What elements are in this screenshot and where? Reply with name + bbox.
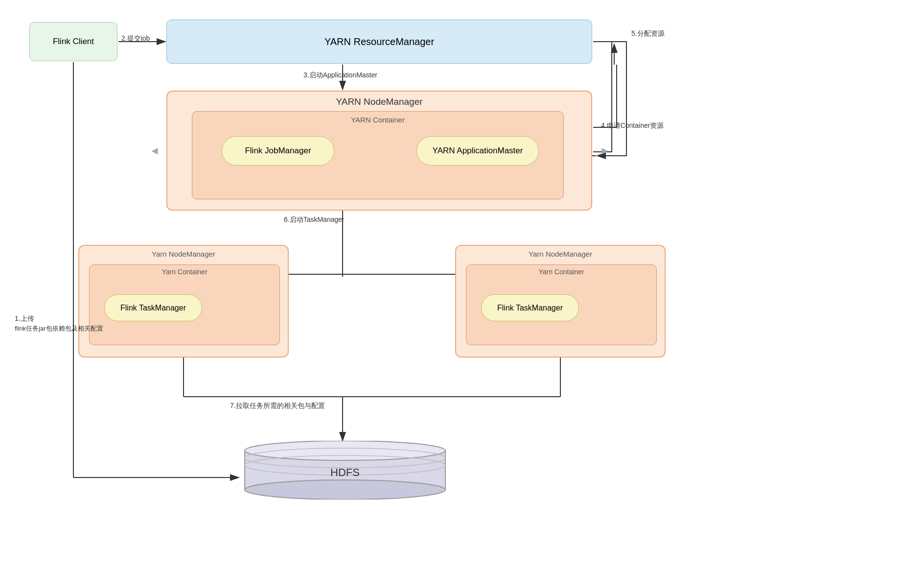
step6-label: 6.启动TaskManager: [284, 215, 345, 224]
yarn-container-inner-box: YARN Container Flink JobManager YARN App…: [192, 111, 564, 199]
yarn-nm-left-box: Yarn NodeManager Yarn Container Flink Ta…: [78, 245, 289, 358]
yarn-rm-label: YARN ResourceManager: [324, 36, 434, 48]
diagram: Flink Client YARN ResourceManager YARN N…: [0, 0, 924, 574]
step3-label: 3.启动ApplicationMaster: [303, 71, 377, 80]
flink-jm-box: Flink JobManager: [222, 136, 334, 166]
flink-tm-left-box: Flink TaskManager: [104, 294, 202, 321]
arrow-step5: [593, 42, 626, 156]
line-step4: [593, 42, 612, 152]
flink-jm-label: Flink JobManager: [245, 146, 311, 156]
hdfs-box: HDFS: [240, 441, 450, 500]
yarn-container-left-label: Yarn Container: [162, 268, 207, 276]
yarn-nm-outer-box: YARN NodeManager YARN Container Flink Jo…: [166, 91, 592, 211]
yarn-container-left-box: Yarn Container Flink TaskManager: [89, 264, 280, 345]
step1-label: 1.上传 flink任务jar包依赖包及相关配置: [15, 313, 103, 334]
yarn-nm-right-label: Yarn NodeManager: [529, 250, 592, 258]
step7-label: 7.拉取任务所需的相关包与配置: [230, 402, 325, 410]
yarn-am-label: YARN ApplicationMaster: [433, 146, 523, 156]
yarn-rm-box: YARN ResourceManager: [166, 20, 592, 64]
flink-client-label: Flink Client: [53, 37, 94, 47]
yarn-container-label: YARN Container: [351, 116, 405, 124]
step4-label: 4.申请Container资源: [601, 121, 664, 130]
flink-tm-right-label: Flink TaskManager: [497, 304, 563, 312]
line-4-up: [593, 65, 617, 127]
yarn-nm-right-box: Yarn NodeManager Yarn Container Flink Ta…: [455, 245, 666, 358]
step5-label: 5.分配资源: [631, 29, 665, 38]
yarn-container-right-label: Yarn Container: [538, 268, 584, 276]
flink-client-box: Flink Client: [29, 22, 117, 61]
flink-tm-right-box: Flink TaskManager: [481, 294, 579, 321]
nav-left-arrow[interactable]: ◄: [149, 144, 160, 157]
yarn-nm-label: YARN NodeManager: [336, 96, 422, 107]
yarn-am-box: YARN ApplicationMaster: [416, 136, 539, 166]
hdfs-svg: HDFS: [240, 441, 450, 500]
svg-text:HDFS: HDFS: [330, 466, 360, 478]
nav-right-arrow[interactable]: ►: [600, 144, 610, 157]
step2-label: 2.提交job: [121, 34, 150, 43]
yarn-container-right-box: Yarn Container Flink TaskManager: [466, 264, 657, 345]
svg-point-5: [245, 480, 445, 500]
yarn-nm-left-label: Yarn NodeManager: [152, 250, 215, 258]
flink-tm-left-label: Flink TaskManager: [120, 304, 186, 312]
